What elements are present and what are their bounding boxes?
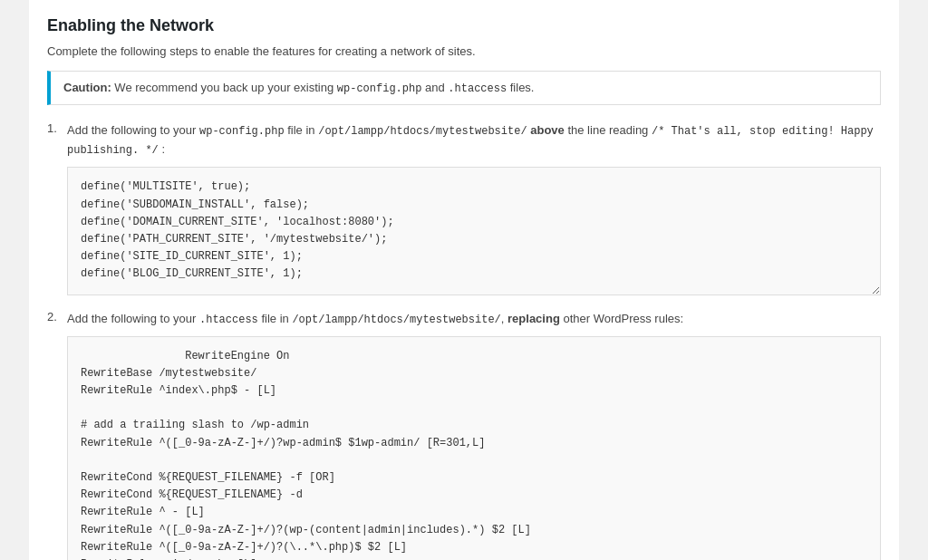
caution-file2: .htaccess <box>448 82 507 95</box>
step-2-text-before: Add the following to your <box>67 312 199 325</box>
step-2-text-mid1: file in <box>258 312 293 325</box>
step-2: Add the following to your .htaccess file… <box>47 310 881 561</box>
step-1-file: wp-config.php <box>199 125 285 138</box>
step-1-text-after: : <box>159 142 165 156</box>
intro-text: Complete the following steps to enable t… <box>47 44 881 58</box>
step-2-emphasis: replacing <box>508 312 560 325</box>
step-2-text-after: other WordPress rules: <box>560 312 683 325</box>
steps-list: Add the following to your wp-config.php … <box>47 121 881 560</box>
page-wrapper: Enabling the Network Complete the follow… <box>29 0 899 560</box>
step-1-text-mid1: file in <box>285 123 319 137</box>
caution-text-before: We recommend you back up your existing <box>114 81 336 94</box>
step-1-text-before: Add the following to your <box>67 123 199 137</box>
caution-text-mid: and <box>421 81 448 94</box>
step-2-text: Add the following to your .htaccess file… <box>67 310 881 329</box>
caution-file1: wp-config.php <box>337 82 422 95</box>
caution-text-after: files. <box>507 81 534 94</box>
step-1-code: define('MULTISITE', true); define('SUBDO… <box>67 167 881 294</box>
step-1-emphasis: above <box>530 123 565 137</box>
step-1-path: /opt/lampp/htdocs/mytestwebsite/ <box>318 125 527 138</box>
page-title: Enabling the Network <box>47 16 881 35</box>
step-1-text-mid3: the line reading <box>565 123 652 137</box>
step-1: Add the following to your wp-config.php … <box>47 121 881 295</box>
step-2-path: /opt/lampp/htdocs/mytestwebsite/ <box>292 314 500 326</box>
step-2-text-mid2: , <box>501 312 508 325</box>
step-1-text: Add the following to your wp-config.php … <box>67 121 881 159</box>
step-2-file: .htaccess <box>199 314 258 326</box>
step-2-code: RewriteEngine On RewriteBase /mytestwebs… <box>67 336 881 560</box>
caution-box: Caution: We recommend you back up your e… <box>47 71 881 105</box>
caution-label: Caution: <box>63 81 111 94</box>
